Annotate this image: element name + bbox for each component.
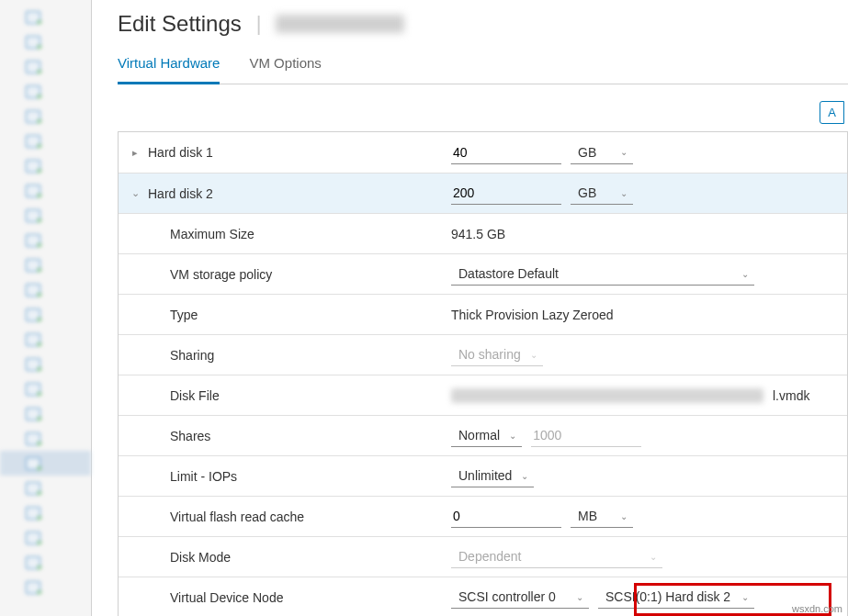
chevron-down-icon: ⌄ [130, 188, 141, 199]
select-value: GB [578, 145, 596, 160]
vm-icon [26, 482, 40, 495]
vm-icon [26, 507, 40, 520]
hard-disk-1-size-unit-select[interactable]: GB ⌄ [571, 141, 633, 164]
vm-icon [26, 358, 40, 371]
limit-iops-row: Limit - IOPs Unlimited ⌄ [119, 455, 847, 496]
storage-policy-row: VM storage policy Datastore Default ⌄ [119, 253, 847, 294]
tab-virtual-hardware[interactable]: Virtual Hardware [118, 55, 220, 84]
disk-mode-select[interactable]: Dependent ⌄ [451, 545, 662, 568]
tree-item[interactable] [0, 153, 91, 178]
tree-item[interactable] [0, 575, 91, 599]
tree-item[interactable] [0, 203, 91, 228]
chevron-down-icon: ⌄ [741, 592, 749, 602]
tab-vm-options[interactable]: VM Options [249, 55, 321, 84]
vm-icon [26, 85, 40, 98]
hardware-settings-panel: ▸ Hard disk 1 GB ⌄ ⌄ Hard disk 2 GB [118, 131, 848, 616]
vfrc-label: Virtual flash read cache [170, 510, 304, 524]
tree-item[interactable] [0, 252, 91, 277]
add-device-button[interactable]: A [820, 101, 844, 124]
chevron-down-icon: ⌄ [741, 269, 749, 279]
chevron-down-icon: ⌄ [620, 188, 628, 198]
tree-item[interactable] [0, 79, 91, 104]
limit-iops-select[interactable]: Unlimited ⌄ [451, 465, 534, 487]
vm-icon [26, 11, 40, 24]
vfrc-amount-input[interactable] [451, 505, 561, 528]
vdn-controller-select[interactable]: SCSI controller 0 ⌄ [451, 586, 589, 609]
sharing-select[interactable]: No sharing ⌄ [451, 343, 543, 366]
disk-mode-row: Disk Mode Dependent ⌄ [119, 536, 847, 577]
chevron-down-icon: ⌄ [576, 592, 583, 602]
vm-icon [26, 61, 40, 73]
tree-item[interactable] [0, 451, 91, 476]
vm-icon [26, 110, 40, 123]
chevron-down-icon: ⌄ [530, 350, 537, 360]
tree-item[interactable] [0, 550, 91, 575]
hard-disk-2-size-unit-select[interactable]: GB ⌄ [571, 182, 633, 205]
tree-item[interactable] [0, 376, 91, 401]
tree-item[interactable] [0, 29, 91, 54]
vm-icon [26, 234, 40, 247]
limit-iops-label: Limit - IOPs [170, 469, 237, 484]
tree-item[interactable] [0, 104, 91, 129]
hard-disk-2-size-input[interactable] [451, 182, 561, 205]
vm-icon [26, 259, 40, 272]
vm-icon [26, 556, 40, 569]
tree-item[interactable] [0, 352, 91, 376]
tree-item[interactable] [0, 500, 91, 525]
shares-level-select[interactable]: Normal ⌄ [451, 424, 522, 447]
disk-file-suffix: l.vmdk [773, 388, 809, 403]
vfrc-row: Virtual flash read cache MB ⌄ [119, 496, 847, 536]
type-label: Type [170, 308, 198, 322]
tree-item[interactable] [0, 525, 91, 550]
tree-item[interactable] [0, 302, 91, 327]
tree-item[interactable] [0, 476, 91, 500]
disk-file-label: Disk File [170, 388, 220, 403]
hard-disk-2-label: Hard disk 2 [148, 186, 213, 201]
vm-inventory-sidebar [0, 0, 92, 616]
vm-icon [26, 185, 40, 197]
tree-item[interactable] [0, 327, 91, 352]
tree-item[interactable] [0, 228, 91, 252]
select-value: Unlimited [458, 468, 512, 483]
chevron-down-icon: ⌄ [650, 552, 657, 562]
chevron-down-icon: ⌄ [521, 471, 528, 481]
dialog-title: Edit Settings [118, 11, 242, 37]
vm-icon [26, 581, 40, 594]
hard-disk-2-row[interactable]: ⌄ Hard disk 2 GB ⌄ [119, 173, 847, 213]
tree-item[interactable] [0, 401, 91, 426]
select-value: SCSI(0:1) Hard disk 2 [605, 589, 730, 604]
tree-item[interactable] [0, 178, 91, 203]
vm-icon [26, 135, 40, 148]
maximum-size-value: 941.5 GB [451, 227, 505, 241]
storage-policy-label: VM storage policy [170, 267, 272, 282]
chevron-right-icon: ▸ [130, 147, 141, 158]
vm-icon [26, 432, 40, 445]
shares-label: Shares [170, 429, 210, 443]
vm-name-redacted [276, 15, 404, 33]
chevron-down-icon: ⌄ [620, 147, 628, 157]
virtual-device-node-row: Virtual Device Node SCSI controller 0 ⌄ … [119, 577, 847, 616]
tree-item[interactable] [0, 277, 91, 302]
sharing-label: Sharing [170, 348, 214, 363]
vfrc-unit-select[interactable]: MB ⌄ [571, 505, 633, 528]
tree-item[interactable] [0, 426, 91, 451]
tree-item[interactable] [0, 129, 91, 153]
hard-disk-1-row[interactable]: ▸ Hard disk 1 GB ⌄ [119, 132, 847, 173]
select-value: MB [578, 509, 597, 523]
select-value: SCSI controller 0 [458, 589, 556, 604]
tree-item[interactable] [0, 5, 91, 29]
watermark: wsxdn.com [792, 603, 842, 614]
vm-icon [26, 209, 40, 222]
chevron-down-icon: ⌄ [509, 431, 516, 441]
tree-item[interactable] [0, 54, 91, 79]
vm-icon [26, 284, 40, 297]
hard-disk-1-size-input[interactable] [451, 141, 561, 164]
storage-policy-select[interactable]: Datastore Default ⌄ [451, 263, 754, 286]
shares-amount-input[interactable] [531, 424, 641, 447]
disk-file-path-redacted [451, 388, 763, 403]
chevron-down-icon: ⌄ [620, 511, 628, 521]
vdn-label: Virtual Device Node [170, 590, 283, 605]
edit-settings-dialog: Edit Settings | Virtual Hardware VM Opti… [92, 0, 848, 616]
select-value: Dependent [458, 549, 522, 564]
vdn-node-select[interactable]: SCSI(0:1) Hard disk 2 ⌄ [598, 586, 754, 609]
